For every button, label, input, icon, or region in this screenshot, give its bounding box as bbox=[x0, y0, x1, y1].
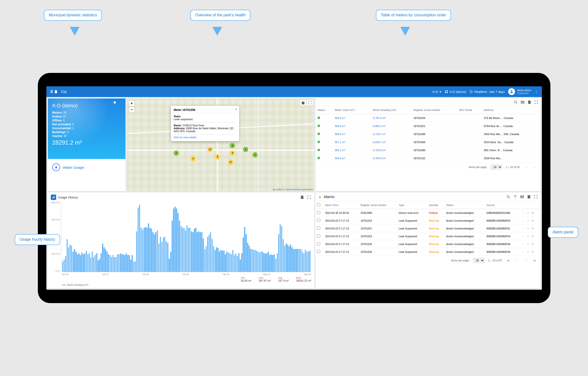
download-icon[interactable] bbox=[119, 101, 123, 106]
alarm-row[interactable]: 2024-04-23 17:17:1318701026Leak Suspecte… bbox=[316, 240, 540, 248]
svg-rect-8 bbox=[522, 101, 523, 104]
map-attribution: ▮ Leaflet | © OpenStreetMap contributors bbox=[273, 188, 313, 191]
callout-map-arrow bbox=[212, 27, 222, 36]
more-icon[interactable]: ⋯ bbox=[522, 235, 524, 238]
user-menu[interactable]: demo demoCustomer bbox=[508, 88, 531, 95]
alarms-panel: ▲ Alarms Alarm Time ↓ Register serial nu… bbox=[316, 193, 540, 288]
brand-logo[interactable]: X bbox=[50, 89, 57, 94]
ack-icon[interactable]: ✓ bbox=[527, 227, 529, 230]
svg-point-13 bbox=[507, 195, 509, 198]
meters-ipp-select[interactable]: 10 bbox=[490, 164, 502, 170]
warning-icon: ▲ bbox=[318, 195, 322, 199]
alarm-row[interactable]: 2024-04-30 16:35:2825351089Device read e… bbox=[316, 209, 540, 217]
popup-more-link[interactable]: Click for more details bbox=[174, 136, 196, 139]
clear-icon[interactable]: ✕ bbox=[532, 211, 534, 214]
alarms-first[interactable]: ⏮ bbox=[506, 258, 511, 263]
map-layers-icon[interactable]: ▦ bbox=[300, 100, 306, 105]
alarms-filter-icon[interactable] bbox=[513, 195, 517, 199]
breadcrumb[interactable]: City bbox=[61, 90, 67, 94]
meter-row[interactable]: 358.9 m³5,767.0 m³18701034375 Bd René-… … bbox=[316, 114, 540, 122]
more-icon[interactable]: ⋯ bbox=[522, 219, 524, 222]
alarm-row[interactable]: 2024-04-23 17:17:1318701023Leak Suspecte… bbox=[316, 232, 540, 240]
water-usage-section[interactable]: Water Usage bbox=[48, 159, 125, 176]
zoom-out[interactable]: − bbox=[129, 107, 135, 113]
clear-icon[interactable]: ✕ bbox=[532, 235, 534, 238]
map-fullscreen-icon[interactable]: ⛶ bbox=[307, 100, 313, 105]
alarms-select-all[interactable] bbox=[317, 203, 320, 206]
fullscreen-icon[interactable] bbox=[534, 100, 538, 104]
meter-row[interactable]: 358.4 m³5,728.1 m³187010993425 Rue Ma… 1… bbox=[316, 130, 540, 138]
usage-fullscreen-icon[interactable] bbox=[307, 195, 311, 199]
meters-prev[interactable]: ‹ bbox=[523, 164, 529, 170]
svg-rect-16 bbox=[523, 195, 523, 198]
svg-rect-2 bbox=[445, 92, 446, 93]
org-selector[interactable]: X-O▾ bbox=[432, 90, 441, 94]
alarm-row[interactable]: 2024-04-23 17:17:1318701024Leak Suspecte… bbox=[316, 217, 540, 225]
meter-row[interactable]: 358.6 m³5,866.2 m³187010216784 Rue de … … bbox=[316, 122, 540, 130]
export-icon[interactable] bbox=[527, 100, 532, 104]
clear-icon[interactable]: ✕ bbox=[532, 219, 534, 222]
callout-meters: Table of meters by consumption order bbox=[376, 10, 451, 21]
meter-row[interactable]: 355.2 m³5,753.8 m³18701080955 Chem. R… C… bbox=[316, 146, 540, 154]
ack-icon[interactable]: ✓ bbox=[527, 243, 529, 246]
svg-rect-0 bbox=[445, 91, 446, 92]
alarms-next[interactable]: › bbox=[523, 258, 529, 263]
more-icon[interactable]: ⋯ bbox=[522, 211, 524, 214]
ack-icon[interactable]: ✓ bbox=[527, 251, 529, 253]
alarm-row[interactable]: 2024-04-23 17:17:1318701021Leak Suspecte… bbox=[316, 225, 540, 232]
avatar-icon bbox=[508, 88, 515, 95]
alarms-search-icon[interactable] bbox=[506, 195, 511, 199]
map-panel[interactable]: + − ▦ ⛶ 3 5 12 9 4 8 17 4 2 × Meter 1870… bbox=[127, 98, 314, 191]
svg-rect-9 bbox=[523, 101, 524, 104]
alarms-fullscreen-icon[interactable] bbox=[534, 195, 538, 199]
bell-icon[interactable] bbox=[113, 101, 117, 106]
meter-row[interactable]: 354.4 m³5,785.9 m³187011022535 Rue Ma… bbox=[316, 154, 540, 162]
callout-stats-arrow bbox=[70, 27, 80, 36]
alarms-columns-icon[interactable] bbox=[520, 195, 524, 199]
clear-icon[interactable]: ✕ bbox=[532, 251, 534, 253]
svg-rect-12 bbox=[54, 196, 54, 198]
zoom-in[interactable]: + bbox=[129, 100, 135, 106]
alarms-last[interactable]: ⏭ bbox=[532, 258, 537, 263]
clear-icon[interactable]: ✕ bbox=[532, 243, 534, 246]
alarms-ipp-select[interactable]: 10 bbox=[473, 258, 485, 263]
meters-panel: Status Water Used (m³) ↓ Meter Reading (… bbox=[316, 98, 540, 191]
ack-icon[interactable]: ✓ bbox=[527, 219, 529, 222]
svg-rect-7 bbox=[521, 101, 522, 104]
dashboard-selector[interactable]: X-O (demo) bbox=[445, 90, 466, 94]
svg-rect-11 bbox=[53, 197, 54, 198]
more-icon[interactable]: ⋯ bbox=[522, 243, 524, 246]
timerange-selector[interactable]: Realtime - last 7 days bbox=[469, 90, 505, 94]
usage-export-icon[interactable] bbox=[300, 195, 304, 199]
popup-close[interactable]: × bbox=[235, 107, 237, 111]
stats-title: X-O (demo) bbox=[52, 103, 121, 108]
svg-rect-15 bbox=[522, 195, 522, 198]
meter-row[interactable]: 357.1 m³5,826.1 m³187010682015 Boul. Sa…… bbox=[316, 138, 540, 146]
chart-icon bbox=[51, 195, 56, 200]
callout-stats: Municipal dynamic statistics bbox=[44, 10, 102, 21]
ack-icon[interactable]: ✓ bbox=[527, 235, 529, 238]
svg-rect-3 bbox=[447, 92, 448, 93]
svg-point-5 bbox=[511, 90, 512, 92]
svg-rect-10 bbox=[52, 197, 53, 198]
alarms-export-icon[interactable] bbox=[527, 195, 531, 199]
columns-icon[interactable] bbox=[520, 100, 525, 104]
more-icon[interactable]: ⋯ bbox=[522, 251, 524, 253]
search-icon[interactable] bbox=[513, 100, 518, 104]
svg-rect-1 bbox=[447, 91, 448, 92]
more-icon[interactable]: ⋯ bbox=[522, 227, 524, 230]
dashboard-icon bbox=[445, 90, 448, 94]
drop-icon bbox=[55, 90, 57, 94]
clear-icon[interactable]: ✕ bbox=[532, 227, 534, 230]
svg-point-6 bbox=[514, 101, 516, 103]
brand-text: X bbox=[50, 89, 53, 94]
callout-meters-arrow bbox=[400, 27, 410, 36]
app-screen: X City X-O▾ X-O (demo) Realtime - last 7… bbox=[46, 86, 542, 290]
more-menu[interactable]: ⋮ bbox=[535, 90, 538, 94]
meters-next[interactable]: › bbox=[532, 164, 537, 170]
ack-icon[interactable]: ✓ bbox=[527, 211, 529, 214]
stats-panel: X-O (demo) Meters: 93 Online: 87 Offline… bbox=[48, 98, 125, 191]
alarms-prev[interactable]: ‹ bbox=[514, 258, 520, 263]
callout-usage: Usage hourly history bbox=[15, 234, 60, 245]
alarm-row[interactable]: 2024-04-23 17:17:1318701028Leak Suspecte… bbox=[316, 248, 540, 256]
